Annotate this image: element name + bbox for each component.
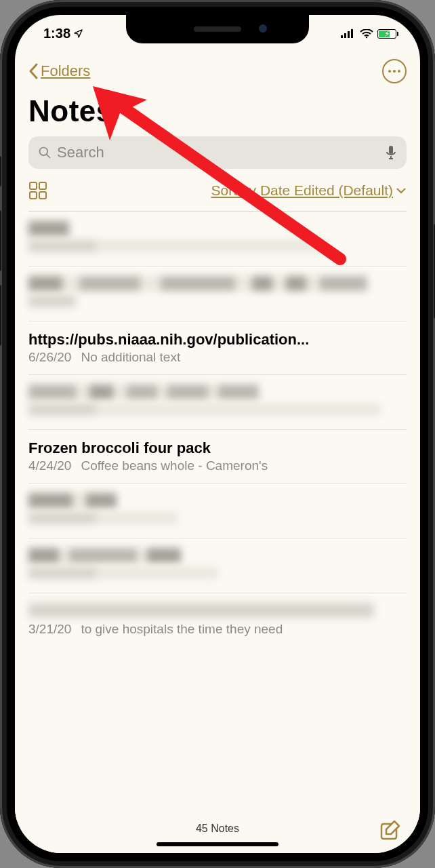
list-item[interactable] xyxy=(28,212,407,267)
note-title: Frozen broccoli four pack xyxy=(28,439,407,457)
note-title: https://pubs.niaaa.nih.gov/publication..… xyxy=(28,331,407,349)
wifi-icon xyxy=(360,29,373,39)
svg-rect-9 xyxy=(30,192,37,199)
note-preview: Coffee beans whole - Cameron's xyxy=(81,458,268,473)
sort-label: Sort by Date Edited (Default) xyxy=(211,182,393,199)
search-icon xyxy=(38,146,51,159)
notes-count: 45 Notes xyxy=(196,823,239,835)
location-icon xyxy=(73,28,83,39)
list-item[interactable]: 3/21/20to give hospitals the time they n… xyxy=(28,593,407,646)
page-title: Notes xyxy=(28,94,407,128)
clock: 1:38 xyxy=(43,26,70,41)
notes-list: https://pubs.niaaa.nih.gov/publication..… xyxy=(28,212,407,646)
grid-view-icon[interactable] xyxy=(28,181,47,200)
battery-icon: ⚡︎ xyxy=(377,29,398,39)
search-placeholder: Search xyxy=(57,144,385,161)
note-date: 3/21/20 xyxy=(28,622,71,636)
svg-rect-10 xyxy=(39,192,46,199)
note-date: 4/24/20 xyxy=(28,458,71,473)
status-time: 1:38 xyxy=(43,26,83,41)
more-button[interactable] xyxy=(382,59,407,83)
svg-rect-7 xyxy=(30,182,37,189)
search-field[interactable]: Search xyxy=(28,136,407,169)
svg-rect-1 xyxy=(344,33,346,38)
list-item[interactable]: https://pubs.niaaa.nih.gov/publication..… xyxy=(28,321,407,375)
list-item[interactable] xyxy=(28,267,407,321)
chevron-down-icon xyxy=(396,187,407,194)
svg-rect-0 xyxy=(341,35,343,38)
svg-rect-6 xyxy=(389,146,393,154)
chevron-left-icon xyxy=(28,63,39,79)
dictation-icon[interactable] xyxy=(385,144,397,161)
note-preview: to give hospitals the time they need xyxy=(81,622,283,636)
svg-rect-3 xyxy=(351,29,353,38)
list-item[interactable] xyxy=(28,484,407,538)
sort-button[interactable]: Sort by Date Edited (Default) xyxy=(211,182,407,199)
list-item[interactable] xyxy=(28,375,407,430)
note-preview: No additional text xyxy=(81,350,180,364)
compose-button[interactable] xyxy=(379,819,401,841)
svg-rect-2 xyxy=(348,31,350,38)
home-indicator[interactable] xyxy=(157,842,278,846)
list-item[interactable]: Frozen broccoli four pack 4/24/20Coffee … xyxy=(28,430,407,484)
note-date: 6/26/20 xyxy=(28,350,71,364)
list-item[interactable] xyxy=(28,538,407,593)
back-button[interactable]: Folders xyxy=(28,62,90,80)
svg-rect-8 xyxy=(39,182,46,189)
cellular-icon xyxy=(341,29,356,39)
back-label: Folders xyxy=(41,62,90,80)
svg-point-4 xyxy=(366,36,368,38)
